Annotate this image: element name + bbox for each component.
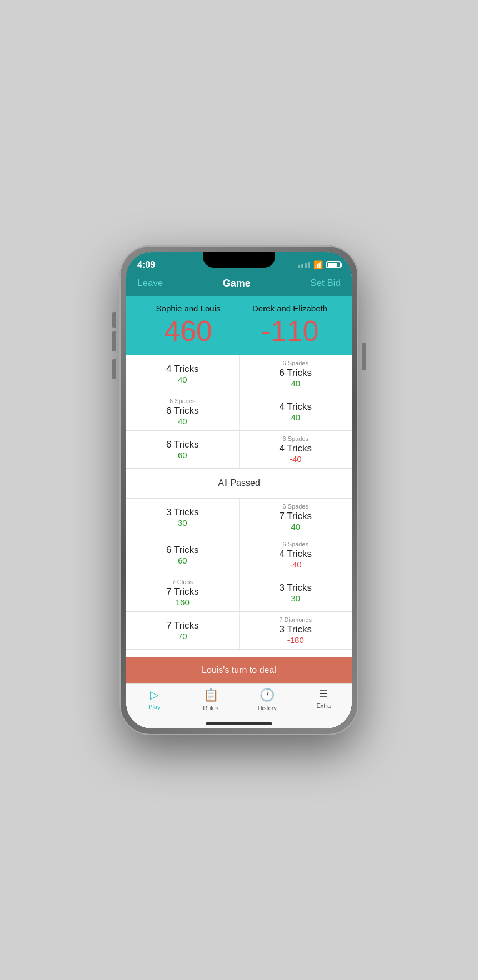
round-row[interactable]: 7 Clubs7 Tricks1603 Tricks30 [126, 574, 352, 612]
round-cell-right: 6 Spades4 Tricks-40 [240, 431, 352, 468]
tab-bar: ▷ Play 📋 Rules 🕐 History ☰ Extra [126, 683, 352, 722]
tricks-label: 3 Tricks [166, 507, 199, 518]
set-bid-button[interactable]: Set Bid [310, 278, 341, 289]
round-cell-left: 6 Tricks60 [126, 536, 240, 574]
round-cell-right: 4 Tricks40 [240, 393, 352, 430]
score-value: 160 [176, 597, 190, 607]
wifi-icon: 📶 [313, 260, 323, 269]
round-cell-left: 3 Tricks30 [126, 499, 240, 536]
bid-label: 6 Spades [283, 360, 308, 366]
power-button[interactable] [362, 343, 366, 370]
tab-history[interactable]: 🕐 History [239, 688, 296, 711]
round-cell-right: 6 Spades6 Tricks40 [240, 355, 352, 393]
silent-button[interactable] [112, 312, 116, 328]
rounds-container: 4 Tricks406 Spades6 Tricks406 Spades6 Tr… [126, 355, 352, 657]
score-value: 30 [178, 518, 187, 527]
phone-screen: 4:09 📶 Leave Game Set Bid [126, 252, 352, 728]
tab-rules[interactable]: 📋 Rules [183, 688, 240, 711]
tab-extra-label: Extra [316, 702, 331, 709]
tricks-label: 7 Tricks [279, 511, 312, 522]
score-value: -40 [290, 454, 302, 464]
round-cell-left: 7 Tricks70 [126, 612, 240, 649]
tab-rules-label: Rules [203, 705, 218, 711]
score-value: 40 [178, 375, 187, 384]
bid-label: 7 Clubs [172, 579, 193, 585]
status-icons: 📶 [298, 260, 341, 269]
round-cell-right: 6 Spades4 Tricks-40 [240, 536, 352, 574]
round-row[interactable]: 7 Tricks707 Diamonds3 Tricks-180 [126, 612, 352, 650]
tricks-label: 7 Tricks [166, 586, 199, 597]
team2-score: -110 [261, 316, 318, 345]
volume-down-button[interactable] [112, 359, 116, 379]
tricks-label: 4 Tricks [279, 401, 312, 413]
round-row[interactable]: All Passed [126, 469, 352, 499]
tab-play-label: Play [148, 703, 160, 710]
team1-score-col: Sophie and Louis 460 [137, 304, 239, 345]
volume-up-button[interactable] [112, 331, 116, 351]
extra-icon: ☰ [319, 688, 328, 700]
score-value: 30 [291, 594, 300, 603]
tab-extra[interactable]: ☰ Extra [296, 688, 352, 711]
tricks-label: 6 Tricks [166, 405, 199, 416]
home-bar [206, 722, 272, 725]
score-value: 40 [291, 379, 300, 388]
score-value: 40 [291, 413, 300, 422]
score-value: 70 [178, 631, 187, 641]
tricks-label: 7 Tricks [166, 620, 199, 631]
round-row[interactable]: 4 Tricks406 Spades6 Tricks40 [126, 355, 352, 393]
round-cell-right: 6 Spades7 Tricks40 [240, 499, 352, 536]
deal-banner: Louis's turn to deal [126, 657, 352, 683]
status-bar: 4:09 📶 [126, 252, 352, 273]
score-header: Sophie and Louis 460 Derek and Elizabeth… [126, 296, 352, 355]
play-icon: ▷ [150, 688, 158, 701]
team2-name: Derek and Elizabeth [252, 304, 327, 313]
round-row[interactable]: 3 Tricks306 Spades7 Tricks40 [126, 499, 352, 536]
nav-bar: Leave Game Set Bid [126, 273, 352, 296]
bid-label: 6 Spades [283, 503, 308, 510]
score-value: -40 [290, 560, 302, 569]
tricks-label: 6 Tricks [279, 368, 312, 379]
bid-label: 6 Spades [283, 435, 308, 442]
round-cell-left: 6 Tricks60 [126, 431, 240, 468]
tricks-label: 4 Tricks [279, 443, 312, 454]
leave-button[interactable]: Leave [137, 278, 163, 289]
round-cell-right: 7 Diamonds3 Tricks-180 [240, 612, 352, 649]
bid-label: 6 Spades [283, 541, 308, 547]
score-value: 40 [291, 522, 300, 531]
team2-score-col: Derek and Elizabeth -110 [239, 304, 341, 345]
bid-label: 7 Diamonds [279, 616, 312, 623]
score-value: 40 [178, 416, 187, 426]
status-time: 4:09 [137, 260, 155, 270]
history-icon: 🕐 [260, 688, 275, 702]
tricks-label: 6 Tricks [166, 439, 199, 450]
round-row[interactable]: 6 Tricks606 Spades4 Tricks-40 [126, 536, 352, 574]
battery-icon [326, 261, 341, 268]
tab-play[interactable]: ▷ Play [126, 688, 183, 711]
bid-label: 6 Spades [170, 398, 195, 404]
round-row[interactable]: 6 Tricks606 Spades4 Tricks-40 [126, 431, 352, 469]
app-screen: 4:09 📶 Leave Game Set Bid [126, 252, 352, 728]
tricks-label: 3 Tricks [279, 582, 312, 594]
notch [203, 252, 275, 268]
tricks-label: 4 Tricks [166, 364, 199, 375]
tricks-label: 4 Tricks [279, 549, 312, 560]
team1-name: Sophie and Louis [156, 304, 221, 313]
round-cell-left: 6 Spades6 Tricks40 [126, 393, 240, 430]
round-cell-right: 3 Tricks30 [240, 574, 352, 611]
nav-title: Game [223, 278, 251, 289]
deal-text: Louis's turn to deal [202, 665, 276, 675]
tricks-label: 6 Tricks [166, 545, 199, 556]
tab-history-label: History [258, 705, 277, 711]
score-value: 60 [178, 556, 187, 565]
score-value: 60 [178, 450, 187, 460]
score-value: -180 [287, 635, 304, 645]
round-cell-left: 4 Tricks40 [126, 355, 240, 393]
phone-frame: 4:09 📶 Leave Game Set Bid [120, 245, 359, 735]
rules-icon: 📋 [203, 688, 218, 702]
team1-score: 460 [164, 316, 212, 345]
signal-icon [298, 262, 310, 268]
home-indicator [126, 722, 352, 728]
all-passed-text: All Passed [218, 478, 260, 488]
tricks-label: 3 Tricks [279, 624, 312, 635]
round-row[interactable]: 6 Spades6 Tricks404 Tricks40 [126, 393, 352, 431]
